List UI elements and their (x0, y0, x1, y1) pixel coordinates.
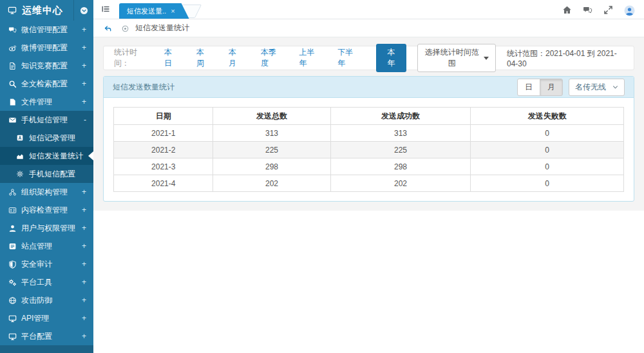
sidebar-header: 运维中心 (0, 0, 93, 21)
expand-indicator: + (82, 187, 86, 196)
app-window: 运维中心 微信管理配置+微博管理配置+知识竞赛配置+全文检索配置+文件管理+手机… (0, 0, 644, 353)
home-icon[interactable] (562, 5, 572, 15)
tab-close-icon[interactable]: × (171, 7, 175, 15)
period-link[interactable]: 本日 (164, 47, 176, 69)
stats-table-head: 日期发送总数发送成功数发送失败数 (114, 108, 624, 125)
sidebar-item[interactable]: 手机短信配置 (0, 165, 93, 183)
sidebar-item[interactable]: 手机短信管理- (0, 111, 93, 129)
record-icon (15, 133, 24, 142)
user-avatar-icon[interactable] (624, 5, 634, 15)
tab-active[interactable]: 短信发送量.. × (119, 3, 189, 19)
sidebar-item[interactable]: 微博管理配置+ (0, 39, 93, 57)
sidebar-item-label: 手机短信配置 (29, 169, 86, 180)
monitor-icon (8, 314, 17, 323)
sidebar-item[interactable]: 知识竞赛配置+ (0, 57, 93, 75)
table-cell: 202 (330, 175, 471, 192)
period-this-year-button[interactable]: 本年 (376, 44, 407, 72)
sidebar-item-label: 站点管理 (21, 241, 82, 252)
channel-select[interactable]: 名传无线 (569, 79, 625, 96)
back-arrow-icon[interactable] (104, 24, 113, 33)
sidebar-item-label: 平台配置 (21, 331, 82, 342)
unit-month-button[interactable]: 月 (540, 79, 563, 96)
sidebar-item[interactable]: 安全审计+ (0, 255, 93, 273)
org-icon (8, 187, 17, 196)
expand-indicator: + (82, 332, 86, 341)
sidebar-item[interactable]: 平台配置+ (0, 327, 93, 345)
sidebar-item-label: 手机短信管理 (21, 115, 84, 126)
expand-indicator: + (82, 61, 86, 70)
sidebar-item[interactable]: 站点管理+ (0, 237, 93, 255)
filter-periods: 本日本周本月本季度上半年下半年 (164, 47, 376, 69)
expand-indicator: + (82, 314, 86, 323)
table-header-cell: 发送总数 (213, 108, 330, 125)
sidebar-item[interactable]: 用户与权限管理+ (0, 219, 93, 237)
expand-indicator: + (82, 260, 86, 269)
sidebar-item-label: 组织架构管理 (21, 187, 82, 198)
expand-indicator: + (82, 224, 86, 233)
sidebar-item[interactable]: 攻击防御+ (0, 291, 93, 309)
table-cell: 225 (213, 142, 330, 158)
stats-panel-body: 日期发送总数发送成功数发送失败数 2021-131331302021-22252… (104, 98, 634, 201)
unit-day-button[interactable]: 日 (517, 79, 540, 96)
table-cell: 2021-2 (114, 142, 213, 158)
sidebar-item[interactable]: 平台工具+ (0, 273, 93, 291)
sidebar-footer (0, 345, 93, 353)
brand-title: 运维中心 (22, 5, 73, 17)
stats-panel-title: 短信发送数量统计 (113, 82, 517, 93)
filter-label: 统计时间： (114, 47, 149, 69)
sidebar-item-label: 内容检查管理 (21, 205, 82, 216)
comments-icon[interactable] (583, 5, 592, 15)
select-time-range-button[interactable]: 选择统计时间范围 (417, 44, 496, 72)
sidebar-item[interactable]: 短信记录管理 (0, 129, 93, 147)
sidebar-item[interactable]: 文件管理+ (0, 93, 93, 111)
area-chart-icon (15, 151, 24, 160)
sidebar-item[interactable]: API管理+ (0, 309, 93, 327)
period-link[interactable]: 下半年 (337, 47, 356, 69)
table-header-row: 日期发送总数发送成功数发送失败数 (114, 108, 624, 125)
sidebar-item[interactable]: 全文检索配置+ (0, 75, 93, 93)
sidebar-item-label: 平台工具 (21, 277, 82, 288)
monitor-icon (8, 332, 17, 341)
sidebar-item-label: 用户与权限管理 (21, 223, 82, 234)
sidebar-item-label: 微信管理配置 (21, 24, 82, 35)
expand-icon[interactable] (603, 5, 613, 15)
envelope-icon (8, 115, 17, 124)
page-content: 统计时间： 本日本周本月本季度上半年下半年 本年 选择统计时间范围 统计范围：2… (93, 37, 644, 353)
period-link[interactable]: 本月 (229, 47, 241, 69)
period-link[interactable]: 本周 (196, 47, 209, 69)
table-cell: 0 (471, 175, 624, 192)
sidebar-item-label: 攻击防御 (21, 295, 82, 306)
table-row: 2021-42022020 (114, 175, 624, 192)
table-row: 2021-13133130 (114, 125, 624, 142)
period-link[interactable]: 上半年 (299, 47, 318, 69)
stats-table: 日期发送总数发送成功数发送失败数 2021-131331302021-22252… (113, 107, 624, 192)
site-icon (8, 242, 17, 251)
expand-indicator: + (82, 278, 86, 287)
sidebar-item-label: 全文检索配置 (21, 79, 82, 90)
table-header-cell: 发送失败数 (471, 108, 624, 125)
expand-indicator: + (82, 242, 86, 251)
sidebar-collapse-button[interactable] (73, 0, 88, 21)
toolbar (562, 0, 634, 19)
sidebar-nav: 微信管理配置+微博管理配置+知识竞赛配置+全文检索配置+文件管理+手机短信管理-… (0, 21, 93, 345)
expand-indicator: + (82, 205, 86, 215)
search-icon (8, 79, 17, 88)
page-title: 短信发送量统计 (135, 23, 189, 33)
sidebar-item-label: 短信记录管理 (29, 133, 86, 144)
table-cell: 313 (213, 125, 330, 142)
table-cell: 225 (330, 142, 471, 158)
sidebar-item-label: API管理 (21, 313, 82, 324)
expand-indicator: + (82, 296, 86, 305)
period-link[interactable]: 本季度 (261, 47, 279, 69)
brand-monitor-icon (7, 6, 17, 15)
table-cell: 298 (330, 158, 471, 175)
sidebar-item[interactable]: 内容检查管理+ (0, 201, 93, 219)
sidebar-item[interactable]: 短信发送量统计 (0, 147, 93, 165)
table-cell: 2021-4 (114, 175, 213, 192)
sidebar-toggle-icon[interactable] (101, 5, 110, 14)
table-row: 2021-32982980 (114, 158, 624, 175)
sidebar-item-label: 知识竞赛配置 (21, 61, 82, 72)
stats-panel: 短信发送数量统计 日 月 名传无线 日期发送总数发送成功数发送失败数 2021-… (103, 76, 634, 202)
sidebar-item[interactable]: 组织架构管理+ (0, 183, 93, 201)
sidebar-item[interactable]: 微信管理配置+ (0, 21, 93, 39)
